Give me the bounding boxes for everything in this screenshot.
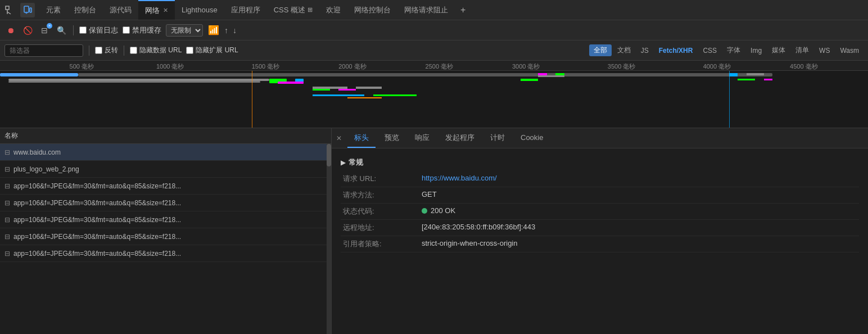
invert-checkbox-label[interactable]: 反转 bbox=[95, 46, 118, 55]
section-arrow-icon: ▶ bbox=[341, 159, 345, 166]
detail-tabs: ✕ 标头 预览 响应 发起程序 计时 Cookie bbox=[332, 128, 868, 148]
detail-tab-headers[interactable]: 标头 bbox=[347, 128, 376, 148]
file-list-scrollbar[interactable] bbox=[327, 144, 331, 334]
row-status-code: 状态代码: 200 OK bbox=[341, 204, 859, 220]
tick-4500ms: 4500 毫秒 bbox=[790, 62, 818, 71]
row-referrer-policy: 引用者策略: strict-origin-when-cross-origin bbox=[341, 236, 859, 252]
type-fetch[interactable]: Fetch/XHR bbox=[654, 46, 698, 56]
inspect-icon[interactable] bbox=[2, 3, 17, 17]
preserve-log-label[interactable]: 保留日志 bbox=[79, 25, 118, 35]
filter-sep-1 bbox=[89, 46, 89, 56]
search-button[interactable]: 🔍 bbox=[55, 24, 67, 37]
type-wasm[interactable]: Wasm bbox=[835, 46, 864, 56]
file-icon-3: ⊟ bbox=[4, 199, 10, 207]
file-item-0[interactable]: ⊟ www.baidu.com bbox=[0, 144, 331, 161]
download-icon: ↓ bbox=[233, 26, 237, 35]
device-toolbar-icon[interactable] bbox=[20, 3, 35, 17]
add-tab-button[interactable]: + bbox=[455, 5, 471, 15]
file-item-6[interactable]: ⊟ app=106&f=JPEG&fm=30&fmt=auto&q=85&siz… bbox=[0, 245, 331, 262]
preserve-log-checkbox[interactable] bbox=[79, 26, 87, 34]
type-font[interactable]: 字体 bbox=[722, 44, 745, 56]
detail-close-button[interactable]: ✕ bbox=[336, 134, 342, 142]
type-clear[interactable]: 清单 bbox=[791, 44, 813, 56]
file-icon-6: ⊟ bbox=[4, 250, 10, 258]
disable-cache-label[interactable]: 禁用缓存 bbox=[123, 25, 161, 35]
tab-console[interactable]: 控制台 bbox=[67, 0, 103, 20]
tick-500ms: 500 毫秒 bbox=[70, 62, 94, 71]
type-img[interactable]: Img bbox=[746, 46, 766, 56]
file-icon-1: ⊟ bbox=[4, 165, 10, 173]
detail-tab-response[interactable]: 响应 bbox=[408, 128, 436, 148]
file-item-1[interactable]: ⊟ plus_logo_web_2.png bbox=[0, 161, 331, 178]
hide-ext-url-label[interactable]: 隐藏扩展 URL bbox=[186, 46, 238, 55]
bar-far-right3 bbox=[738, 79, 755, 80]
detail-tab-initiator[interactable]: 发起程序 bbox=[438, 128, 481, 148]
file-item-4[interactable]: ⊟ app=106&f=JPEG&fm=30&fmt=auto&q=85&siz… bbox=[0, 211, 331, 228]
hide-ext-url-checkbox[interactable] bbox=[186, 47, 193, 54]
bar-purple1 bbox=[278, 82, 304, 84]
type-js[interactable]: JS bbox=[636, 46, 653, 56]
filter-bar: 反转 隐藏数据 URL 隐藏扩展 URL 全部 文档 JS Fetch/XHR … bbox=[0, 40, 868, 61]
tab-network-block[interactable]: 网络请求阻止 bbox=[397, 0, 455, 20]
file-item-2[interactable]: ⊟ app=106&f=JPEG&fm=30&fmt=auto&q=85&siz… bbox=[0, 178, 331, 195]
status-dot-icon bbox=[422, 208, 427, 214]
invert-checkbox[interactable] bbox=[95, 47, 102, 54]
tick-1500ms: 1500 毫秒 bbox=[252, 62, 280, 71]
timing-line bbox=[252, 71, 252, 128]
detail-tab-cookies[interactable]: Cookie bbox=[514, 128, 550, 148]
file-item-3[interactable]: ⊟ app=106&f=JPEG&fm=30&fmt=auto&q=85&siz… bbox=[0, 195, 331, 211]
file-icon-5: ⊟ bbox=[4, 233, 10, 241]
tab-network-close[interactable]: ✕ bbox=[163, 7, 168, 14]
bar-orange1 bbox=[347, 97, 382, 98]
tab-welcome[interactable]: 欢迎 bbox=[319, 0, 347, 20]
separator-1 bbox=[73, 25, 74, 35]
wifi-icon[interactable]: 📶 bbox=[207, 24, 220, 37]
tab-network-console[interactable]: 网络控制台 bbox=[347, 0, 397, 20]
type-ws[interactable]: WS bbox=[815, 46, 834, 56]
filter-input[interactable] bbox=[4, 44, 83, 57]
bottom-panel: 名称 ⊟ www.baidu.com ⊟ plus_logo_web_2.png… bbox=[0, 128, 868, 334]
bar-far-right1 bbox=[729, 73, 738, 76]
tab-css-overview[interactable]: CSS 概述 ⊞ bbox=[267, 0, 319, 20]
detail-content: ▶ 常规 请求 URL: https://www.baidu.com/ 请求方法… bbox=[332, 148, 868, 334]
detail-tab-preview[interactable]: 预览 bbox=[378, 128, 406, 148]
bar-row1-wait bbox=[78, 73, 772, 76]
scrollbar-thumb[interactable] bbox=[327, 144, 331, 166]
bar-purple2 bbox=[338, 89, 356, 91]
row-request-url: 请求 URL: https://www.baidu.com/ bbox=[341, 171, 859, 187]
detail-panel: ✕ 标头 预览 响应 发起程序 计时 Cookie bbox=[332, 128, 868, 334]
status-ok-badge: 200 OK bbox=[422, 206, 857, 215]
stop-button[interactable]: 🚫 bbox=[21, 24, 34, 37]
network-toolbar: ⏺ 🚫 ⊟ × 🔍 保留日志 禁用缓存 无限制 📶 ↑ ↓ bbox=[0, 20, 868, 40]
detail-tab-timing[interactable]: 计时 bbox=[483, 128, 512, 148]
disable-cache-checkbox[interactable] bbox=[123, 26, 130, 34]
tab-bar: 元素 控制台 源代码 网络 ✕ Lighthouse 应用程序 CSS 概述 ⊞ bbox=[0, 0, 868, 20]
bar-row3b bbox=[356, 87, 382, 89]
file-icon-4: ⊟ bbox=[4, 216, 10, 224]
type-media[interactable]: 媒体 bbox=[767, 44, 790, 56]
throttle-select[interactable]: 无限制 bbox=[166, 24, 203, 37]
record-button[interactable]: ⏺ bbox=[4, 24, 17, 37]
tab-application[interactable]: 应用程序 bbox=[224, 0, 267, 20]
general-table: 请求 URL: https://www.baidu.com/ 请求方法: GET… bbox=[341, 171, 859, 252]
app-container: 元素 控制台 源代码 网络 ✕ Lighthouse 应用程序 CSS 概述 ⊞ bbox=[0, 0, 868, 334]
tick-1000ms: 1000 毫秒 bbox=[156, 62, 184, 71]
network-timeline[interactable]: 500 毫秒 1000 毫秒 1500 毫秒 2000 毫秒 2500 毫秒 3… bbox=[0, 61, 868, 128]
tab-sources[interactable]: 源代码 bbox=[103, 0, 138, 20]
hide-data-url-label[interactable]: 隐藏数据 URL bbox=[130, 46, 182, 55]
tab-elements[interactable]: 元素 bbox=[39, 0, 67, 20]
clear-button[interactable]: ⊟ × bbox=[38, 24, 51, 37]
hide-data-url-checkbox[interactable] bbox=[130, 47, 137, 54]
type-all[interactable]: 全部 bbox=[589, 44, 612, 56]
badge-x-icon: × bbox=[47, 23, 52, 29]
file-item-5[interactable]: ⊟ app=106&f=JPEG&fm=30&fmt=auto&q=85&siz… bbox=[0, 228, 331, 245]
type-css[interactable]: CSS bbox=[698, 46, 721, 56]
file-list-header: 名称 bbox=[0, 128, 331, 144]
devtools-icons bbox=[2, 3, 39, 17]
general-section-header[interactable]: ▶ 常规 bbox=[341, 153, 859, 171]
tab-lighthouse[interactable]: Lighthouse bbox=[175, 0, 224, 20]
timeline-waterfall bbox=[0, 71, 868, 128]
tab-network[interactable]: 网络 ✕ bbox=[138, 0, 175, 20]
timing-line2 bbox=[729, 71, 730, 128]
type-doc[interactable]: 文档 bbox=[613, 44, 635, 56]
